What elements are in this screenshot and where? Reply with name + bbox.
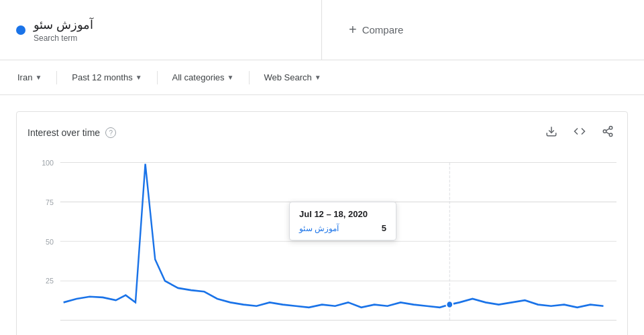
svg-line-4 [606,132,609,134]
region-label: Iran [17,72,32,82]
svg-line-5 [606,129,609,131]
filter-separator-3 [249,71,250,84]
filter-separator-2 [157,71,158,84]
search-term-section: آموزش سئو Search term [0,0,322,60]
svg-point-16 [446,301,453,308]
compare-button[interactable]: + Compare [349,22,403,38]
search-term-dot [16,25,25,35]
chart-header: Interest over time ? [28,123,616,143]
category-chevron-icon: ▼ [227,74,234,81]
chart-title-area: Interest over time ? [28,127,116,138]
chart-container: 100 75 50 25 Jul 12 – 18, 2020 آموزش سئو… [28,148,616,335]
chart-title: Interest over time [28,127,100,138]
top-bar: آموزش سئو Search term + Compare [0,0,644,60]
download-button[interactable] [543,123,560,143]
filter-separator-1 [56,71,57,84]
category-filter[interactable]: All categories ▼ [166,68,241,86]
search-type-filter[interactable]: Web Search ▼ [258,68,328,86]
category-label: All categories [172,72,225,82]
filter-bar: Iran ▼ Past 12 months ▼ All categories ▼… [0,60,644,95]
svg-point-2 [603,130,606,133]
help-icon[interactable]: ? [105,127,116,138]
main-content: Interest over time ? [0,95,644,335]
period-label: Past 12 months [72,72,132,82]
search-type-label: Web Search [264,72,312,82]
search-term-label: Search term [34,34,93,43]
embed-button[interactable] [571,123,588,143]
period-chevron-icon: ▼ [136,74,142,81]
compare-label: Compare [362,24,404,36]
share-button[interactable] [599,123,616,143]
region-chevron-icon: ▼ [35,74,42,81]
period-filter[interactable]: Past 12 months ▼ [65,68,148,86]
search-term-text: آموزش سئو Search term [34,17,93,43]
svg-text:75: 75 [46,198,54,206]
region-filter[interactable]: Iran ▼ [11,68,48,86]
chart-actions [543,123,616,143]
svg-point-1 [609,127,612,130]
search-word: آموزش سئو [34,17,93,32]
svg-text:50: 50 [46,237,54,246]
chart-section: Interest over time ? [16,111,628,335]
svg-text:100: 100 [42,158,54,167]
svg-text:25: 25 [46,277,54,285]
search-type-chevron-icon: ▼ [315,74,321,81]
plus-icon: + [349,22,357,38]
compare-section: + Compare [322,0,644,60]
interest-chart: 100 75 50 25 [28,148,616,335]
svg-point-3 [609,133,612,137]
